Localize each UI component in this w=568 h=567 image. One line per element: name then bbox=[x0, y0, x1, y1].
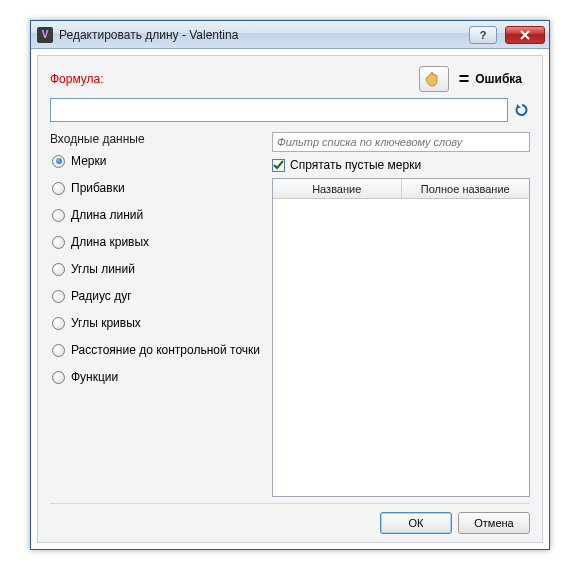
button-row: ОК Отмена bbox=[50, 503, 530, 534]
radio-button[interactable] bbox=[52, 182, 65, 195]
radio-option-5[interactable]: Радиус дуг bbox=[52, 289, 260, 303]
hand-button[interactable] bbox=[419, 66, 449, 92]
radio-option-1[interactable]: Прибавки bbox=[52, 181, 260, 195]
radio-option-8[interactable]: Функции bbox=[52, 370, 260, 384]
input-data-panel: Входные данные МеркиПрибавкиДлина линийД… bbox=[50, 132, 260, 497]
check-icon bbox=[273, 160, 284, 171]
radio-button[interactable] bbox=[52, 236, 65, 249]
refresh-icon bbox=[515, 103, 529, 117]
radio-button[interactable] bbox=[52, 290, 65, 303]
help-button[interactable]: ? bbox=[469, 26, 497, 44]
radio-option-2[interactable]: Длина линий bbox=[52, 208, 260, 222]
radio-button[interactable] bbox=[52, 344, 65, 357]
window-title: Редактировать длину - Valentina bbox=[59, 28, 461, 42]
dialog-window: V Редактировать длину - Valentina ? Форм… bbox=[30, 20, 550, 550]
table-header: Название Полное название bbox=[273, 179, 529, 199]
hide-empty-label: Спрятать пустые мерки bbox=[290, 158, 421, 172]
radio-label: Углы кривых bbox=[71, 316, 141, 330]
radio-label: Расстояние до контрольной точки bbox=[71, 343, 260, 357]
ok-button[interactable]: ОК bbox=[380, 512, 452, 534]
radio-button[interactable] bbox=[52, 155, 65, 168]
radio-label: Длина линий bbox=[71, 208, 143, 222]
radio-label: Мерки bbox=[71, 154, 106, 168]
dialog-body: Формула: = Ошибка Входные данные Мерки bbox=[37, 55, 543, 543]
hide-empty-row[interactable]: Спрятать пустые мерки bbox=[272, 158, 530, 172]
content-columns: Входные данные МеркиПрибавкиДлина линийД… bbox=[50, 132, 530, 497]
radio-label: Радиус дуг bbox=[71, 289, 132, 303]
equals-icon: = bbox=[459, 69, 470, 90]
hand-icon bbox=[425, 71, 443, 87]
refresh-button[interactable] bbox=[514, 102, 530, 118]
column-name[interactable]: Название bbox=[273, 179, 402, 198]
input-data-title: Входные данные bbox=[50, 132, 260, 146]
cancel-button[interactable]: Отмена bbox=[458, 512, 530, 534]
radio-option-6[interactable]: Углы кривых bbox=[52, 316, 260, 330]
data-table[interactable]: Название Полное название bbox=[272, 178, 530, 497]
formula-header-row: Формула: = Ошибка bbox=[50, 66, 530, 92]
hide-empty-checkbox[interactable] bbox=[272, 159, 285, 172]
radio-label: Углы линий bbox=[71, 262, 135, 276]
titlebar: V Редактировать длину - Valentina ? bbox=[31, 21, 549, 49]
column-fullname[interactable]: Полное название bbox=[402, 179, 530, 198]
radio-option-0[interactable]: Мерки bbox=[52, 154, 260, 168]
data-panel: Спрятать пустые мерки Название Полное на… bbox=[272, 132, 530, 497]
radio-button[interactable] bbox=[52, 209, 65, 222]
radio-button[interactable] bbox=[52, 371, 65, 384]
error-label: Ошибка bbox=[475, 72, 522, 86]
radio-label: Прибавки bbox=[71, 181, 125, 195]
table-body[interactable] bbox=[273, 199, 529, 496]
formula-label: Формула: bbox=[50, 72, 419, 86]
radio-option-3[interactable]: Длина кривых bbox=[52, 235, 260, 249]
close-icon bbox=[519, 30, 531, 40]
filter-input[interactable] bbox=[272, 132, 530, 152]
radio-button[interactable] bbox=[52, 317, 65, 330]
radio-button[interactable] bbox=[52, 263, 65, 276]
radio-option-4[interactable]: Углы линий bbox=[52, 262, 260, 276]
formula-input[interactable] bbox=[50, 98, 508, 122]
radio-option-7[interactable]: Расстояние до контрольной точки bbox=[52, 343, 260, 357]
close-button[interactable] bbox=[505, 26, 545, 44]
radio-list: МеркиПрибавкиДлина линийДлина кривыхУглы… bbox=[50, 154, 260, 384]
formula-input-row bbox=[50, 98, 530, 122]
radio-label: Функции bbox=[71, 370, 118, 384]
app-icon: V bbox=[37, 27, 53, 43]
radio-label: Длина кривых bbox=[71, 235, 149, 249]
